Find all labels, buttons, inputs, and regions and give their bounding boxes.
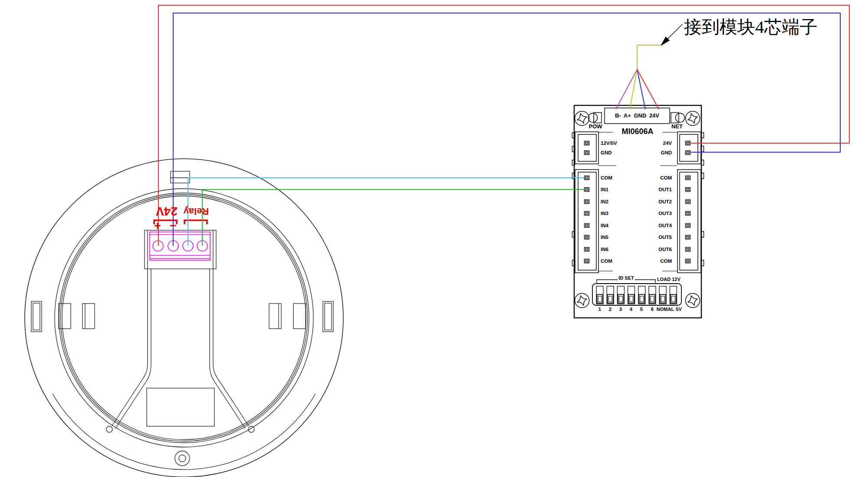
annotation-leader [661, 24, 682, 46]
wire-bus-gnd-blue [637, 69, 645, 109]
id-set-label: ID SET [611, 275, 641, 281]
diagram-graphics [0, 0, 868, 477]
device-relay-label: Relay [184, 206, 209, 217]
pin-label-com-right-top: COM [635, 175, 672, 181]
wire-24v-minus-blue [173, 13, 840, 246]
dip-pos-1-label: 1 [595, 306, 604, 312]
pin-label-com-right-bottom: COM [635, 258, 672, 264]
terminal-housing [106, 230, 254, 432]
dip-pos-3-label: 3 [616, 306, 625, 312]
mounting-hole [175, 451, 190, 466]
pin-label-gnd-right: GND [635, 150, 672, 156]
center-box [147, 388, 214, 426]
dip-pos-4-label: 4 [627, 306, 635, 312]
wiring-diagram: 接到模块4芯端子 24V Relay + − B- A+ GND 24V POW… [0, 0, 868, 477]
pin-label-12v5v: 12V/5V [601, 140, 617, 146]
dip-pos-5v-label: 5V [674, 306, 684, 312]
pin-label-out2: OUT2 [635, 199, 672, 205]
pin-label-out3: OUT3 [635, 210, 672, 216]
pin-label-out6: OUT6 [635, 246, 672, 252]
wire-bus-aplus-yellowgreen [630, 69, 637, 109]
load-12v-label: LOAD 12V [657, 276, 681, 282]
pow-led-connector [589, 113, 602, 123]
pow-label: POW [587, 124, 604, 130]
screw-bottom-right-icon [686, 294, 700, 308]
pin-label-com-left-bottom: COM [601, 258, 612, 264]
wire-24v-plus-red [158, 5, 849, 246]
dip-pos-2-label: 2 [606, 306, 615, 312]
left-power-connector [572, 132, 599, 165]
wiring [158, 5, 849, 246]
pin-label-out4: OUT4 [635, 222, 672, 229]
device-plus-label: + [154, 219, 161, 233]
dip-8 [670, 286, 677, 304]
pin-label-24v-right: 24V [635, 140, 672, 146]
pin-label-in3: IN3 [601, 210, 608, 216]
left-io-connector [572, 170, 599, 273]
dip-2 [607, 286, 614, 304]
screw-bottom-left-icon [575, 294, 589, 308]
net-label: NET [668, 124, 686, 130]
pin-label-gnd-left: GND [601, 150, 612, 156]
pin-label-in5: IN5 [601, 234, 608, 240]
wire-4core-cable-yellow [637, 45, 662, 69]
module-title: MI0606A [605, 127, 670, 135]
pin-label-out1: OUT1 [635, 186, 672, 193]
pin-label-in1: IN1 [601, 186, 608, 193]
dip-pos-5-label: 5 [637, 306, 646, 312]
pin-label-in6: IN6 [601, 246, 608, 252]
wire-bus-bminus-purple [616, 69, 637, 109]
screw-top-right-icon [686, 111, 700, 126]
dip-1 [596, 286, 603, 304]
right-io-connector [677, 170, 704, 273]
pin-label-out5: OUT5 [635, 234, 672, 240]
mounting-slots-right [269, 301, 333, 332]
dip-3 [617, 286, 624, 304]
device-minus-label: − [170, 219, 177, 232]
bottom-arc [53, 394, 316, 470]
dip-switch-block [592, 280, 681, 305]
terminal-group-brackets [154, 220, 207, 224]
pin-label-in2: IN2 [601, 199, 608, 205]
inner-ring [55, 189, 313, 447]
net-led-connector [671, 113, 685, 123]
wire-bus-24v-red [637, 69, 659, 109]
wire-relay-in1-green [202, 189, 584, 246]
right-power-connector [677, 132, 704, 165]
device-24v-label: 24V [156, 204, 178, 218]
annotation-label: 接到模块4芯端子 [684, 16, 818, 37]
dip-5 [638, 286, 645, 304]
pin-label-com-left-top: COM [601, 175, 612, 181]
dip-7 [659, 286, 666, 304]
dip-6 [649, 286, 656, 304]
pin-label-in4: IN4 [601, 222, 608, 229]
bus-terminal-label: B- A+ GND 24V [605, 113, 670, 119]
dip-4 [628, 286, 635, 304]
